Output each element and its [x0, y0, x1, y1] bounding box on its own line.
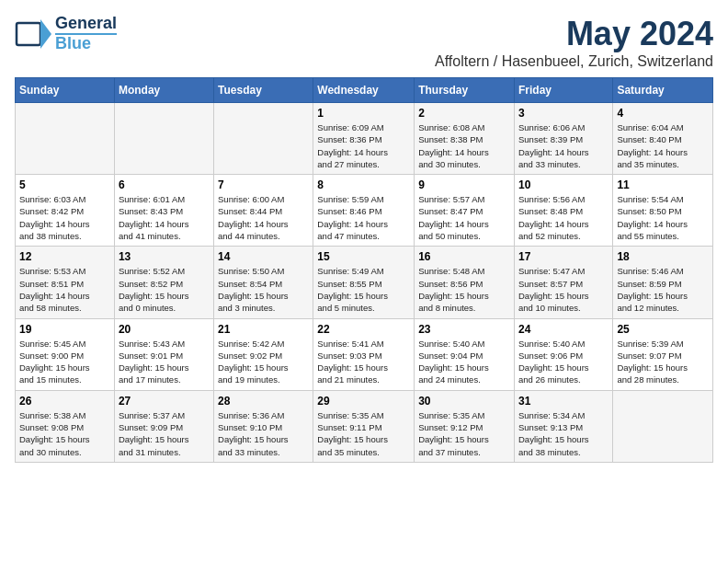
day-number: 4 [617, 107, 709, 120]
header-friday: Friday [514, 78, 612, 103]
calendar-cell [16, 103, 115, 175]
calendar-cell: 7Sunrise: 6:00 AM Sunset: 8:44 PM Daylig… [214, 175, 313, 247]
day-number: 31 [518, 395, 609, 408]
week-row-4: 19Sunrise: 5:45 AM Sunset: 9:00 PM Dayli… [16, 318, 713, 390]
day-number: 15 [317, 250, 410, 263]
calendar-cell: 4Sunrise: 6:04 AM Sunset: 8:40 PM Daylig… [613, 103, 713, 175]
day-number: 28 [218, 395, 309, 408]
calendar-cell: 11Sunrise: 5:54 AM Sunset: 8:50 PM Dayli… [613, 175, 713, 247]
day-number: 2 [418, 107, 510, 120]
header-sunday: Sunday [16, 78, 115, 103]
calendar-cell: 20Sunrise: 5:43 AM Sunset: 9:01 PM Dayli… [114, 318, 213, 390]
calendar-cell: 24Sunrise: 5:40 AM Sunset: 9:06 PM Dayli… [514, 318, 612, 390]
calendar-cell: 29Sunrise: 5:35 AM Sunset: 9:11 PM Dayli… [313, 390, 415, 462]
day-number: 29 [317, 395, 410, 408]
day-content: Sunrise: 5:57 AM Sunset: 8:47 PM Dayligh… [418, 193, 510, 242]
header-monday: Monday [114, 78, 213, 103]
week-row-1: 1Sunrise: 6:09 AM Sunset: 8:36 PM Daylig… [16, 103, 713, 175]
day-number: 1 [317, 107, 410, 120]
header-thursday: Thursday [415, 78, 515, 103]
day-content: Sunrise: 5:36 AM Sunset: 9:10 PM Dayligh… [218, 409, 309, 458]
day-number: 18 [617, 250, 709, 263]
day-content: Sunrise: 5:35 AM Sunset: 9:12 PM Dayligh… [418, 409, 510, 458]
day-number: 27 [119, 395, 210, 408]
day-number: 25 [617, 323, 709, 336]
day-content: Sunrise: 5:59 AM Sunset: 8:46 PM Dayligh… [317, 193, 410, 242]
logo-blue: Blue [55, 33, 117, 53]
calendar-cell [214, 103, 313, 175]
calendar-cell: 16Sunrise: 5:48 AM Sunset: 8:56 PM Dayli… [415, 247, 515, 318]
day-content: Sunrise: 5:41 AM Sunset: 9:03 PM Dayligh… [317, 338, 410, 386]
day-number: 3 [518, 107, 609, 120]
calendar-cell: 27Sunrise: 5:37 AM Sunset: 9:09 PM Dayli… [114, 390, 213, 462]
day-content: Sunrise: 5:40 AM Sunset: 9:06 PM Dayligh… [518, 338, 609, 386]
day-number: 22 [317, 323, 410, 336]
header-wednesday: Wednesday [313, 78, 415, 103]
day-number: 7 [218, 178, 309, 191]
week-row-5: 26Sunrise: 5:38 AM Sunset: 9:08 PM Dayli… [16, 390, 713, 462]
logo-general: General [55, 15, 117, 33]
day-content: Sunrise: 5:49 AM Sunset: 8:55 PM Dayligh… [317, 265, 410, 314]
calendar-cell: 8Sunrise: 5:59 AM Sunset: 8:46 PM Daylig… [313, 175, 415, 247]
calendar-cell: 30Sunrise: 5:35 AM Sunset: 9:12 PM Dayli… [415, 390, 515, 462]
month-title: May 2024 [435, 15, 713, 53]
day-content: Sunrise: 5:38 AM Sunset: 9:08 PM Dayligh… [19, 409, 110, 458]
day-number: 24 [518, 323, 609, 336]
day-content: Sunrise: 6:04 AM Sunset: 8:40 PM Dayligh… [617, 121, 709, 170]
day-content: Sunrise: 5:54 AM Sunset: 8:50 PM Dayligh… [617, 193, 709, 242]
calendar-cell: 3Sunrise: 6:06 AM Sunset: 8:39 PM Daylig… [514, 103, 612, 175]
day-content: Sunrise: 5:46 AM Sunset: 8:59 PM Dayligh… [617, 265, 709, 314]
calendar-table: SundayMondayTuesdayWednesdayThursdayFrid… [15, 77, 713, 463]
calendar-cell [114, 103, 213, 175]
calendar-cell: 17Sunrise: 5:47 AM Sunset: 8:57 PM Dayli… [514, 247, 612, 318]
day-number: 14 [218, 250, 309, 263]
svg-rect-0 [17, 23, 40, 45]
day-content: Sunrise: 5:52 AM Sunset: 8:52 PM Dayligh… [119, 265, 210, 314]
calendar-cell: 14Sunrise: 5:50 AM Sunset: 8:54 PM Dayli… [214, 247, 313, 318]
logo: General Blue [15, 15, 117, 53]
day-number: 8 [317, 178, 410, 191]
day-number: 5 [19, 178, 110, 191]
calendar-cell: 13Sunrise: 5:52 AM Sunset: 8:52 PM Dayli… [114, 247, 213, 318]
calendar-cell [613, 390, 713, 462]
calendar-cell: 26Sunrise: 5:38 AM Sunset: 9:08 PM Dayli… [16, 390, 115, 462]
calendar-cell: 15Sunrise: 5:49 AM Sunset: 8:55 PM Dayli… [313, 247, 415, 318]
header-saturday: Saturday [613, 78, 713, 103]
day-content: Sunrise: 5:50 AM Sunset: 8:54 PM Dayligh… [218, 265, 309, 314]
day-number: 10 [518, 178, 609, 191]
day-content: Sunrise: 5:45 AM Sunset: 9:00 PM Dayligh… [19, 338, 110, 386]
day-number: 21 [218, 323, 309, 336]
calendar-cell: 19Sunrise: 5:45 AM Sunset: 9:00 PM Dayli… [16, 318, 115, 390]
week-row-3: 12Sunrise: 5:53 AM Sunset: 8:51 PM Dayli… [16, 247, 713, 318]
logo-icon [15, 16, 51, 52]
title-block: May 2024 Affoltern / Hasenbueel, Zurich,… [435, 15, 713, 70]
day-content: Sunrise: 5:39 AM Sunset: 9:07 PM Dayligh… [617, 338, 709, 386]
day-content: Sunrise: 5:48 AM Sunset: 8:56 PM Dayligh… [418, 265, 510, 314]
day-content: Sunrise: 5:43 AM Sunset: 9:01 PM Dayligh… [119, 338, 210, 386]
day-content: Sunrise: 5:37 AM Sunset: 9:09 PM Dayligh… [119, 409, 210, 458]
calendar-cell: 9Sunrise: 5:57 AM Sunset: 8:47 PM Daylig… [415, 175, 515, 247]
day-number: 16 [418, 250, 510, 263]
day-number: 13 [119, 250, 210, 263]
day-number: 30 [418, 395, 510, 408]
day-content: Sunrise: 6:08 AM Sunset: 8:38 PM Dayligh… [418, 121, 510, 170]
calendar-cell: 21Sunrise: 5:42 AM Sunset: 9:02 PM Dayli… [214, 318, 313, 390]
day-number: 17 [518, 250, 609, 263]
day-number: 12 [19, 250, 110, 263]
page-header: General Blue May 2024 Affoltern / Hasenb… [15, 15, 713, 70]
location-title: Affoltern / Hasenbueel, Zurich, Switzerl… [435, 53, 713, 70]
calendar-cell: 10Sunrise: 5:56 AM Sunset: 8:48 PM Dayli… [514, 175, 612, 247]
week-row-2: 5Sunrise: 6:03 AM Sunset: 8:42 PM Daylig… [16, 175, 713, 247]
day-content: Sunrise: 6:01 AM Sunset: 8:43 PM Dayligh… [119, 193, 210, 242]
calendar-cell: 5Sunrise: 6:03 AM Sunset: 8:42 PM Daylig… [16, 175, 115, 247]
day-content: Sunrise: 5:42 AM Sunset: 9:02 PM Dayligh… [218, 338, 309, 386]
day-content: Sunrise: 6:09 AM Sunset: 8:36 PM Dayligh… [317, 121, 410, 170]
day-number: 20 [119, 323, 210, 336]
calendar-cell: 31Sunrise: 5:34 AM Sunset: 9:13 PM Dayli… [514, 390, 612, 462]
day-content: Sunrise: 5:35 AM Sunset: 9:11 PM Dayligh… [317, 409, 410, 458]
calendar-header-row: SundayMondayTuesdayWednesdayThursdayFrid… [16, 78, 713, 103]
calendar-cell: 1Sunrise: 6:09 AM Sunset: 8:36 PM Daylig… [313, 103, 415, 175]
day-content: Sunrise: 5:56 AM Sunset: 8:48 PM Dayligh… [518, 193, 609, 242]
day-content: Sunrise: 5:34 AM Sunset: 9:13 PM Dayligh… [518, 409, 609, 458]
day-content: Sunrise: 6:00 AM Sunset: 8:44 PM Dayligh… [218, 193, 309, 242]
